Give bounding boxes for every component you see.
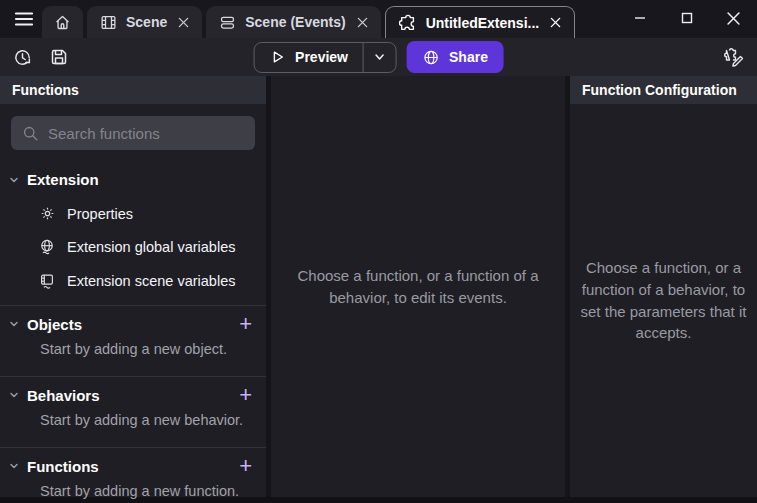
history-clock-icon — [12, 47, 33, 68]
window-controls — [616, 0, 757, 36]
behaviors-section-header[interactable]: Behaviors + — [0, 377, 266, 408]
tab-scene[interactable]: Scene — [87, 6, 202, 38]
tab-home[interactable] — [42, 6, 83, 38]
maximize-button[interactable] — [663, 0, 710, 36]
functions-panel-title: Functions — [12, 82, 79, 98]
chevron-down-icon — [8, 389, 20, 401]
edit-extension-properties-button[interactable] — [723, 46, 745, 68]
extension-puzzle-icon — [399, 14, 417, 32]
tab-label: Scene (Events) — [245, 14, 345, 30]
configuration-empty-message: Choose a function, or a function of a be… — [579, 257, 749, 344]
function-configuration-title: Function Configuration — [582, 82, 737, 98]
functions-empty-hint: Start by adding a new function. — [0, 479, 266, 503]
globe-icon — [423, 49, 440, 66]
functions-section-header[interactable]: Functions + — [0, 448, 266, 479]
chevron-down-icon — [8, 174, 20, 186]
extension-group-label: Extension — [27, 171, 99, 188]
version-history-button[interactable] — [12, 47, 33, 68]
close-icon — [727, 12, 740, 25]
workspace-panels: Functions Extension Properties Extension — [0, 76, 757, 497]
add-function-button[interactable]: + — [239, 457, 252, 475]
minimize-button[interactable] — [616, 0, 663, 36]
toolbar-right — [723, 46, 745, 68]
tab-label: Scene — [126, 14, 167, 30]
scene-variables-icon — [38, 272, 56, 290]
behaviors-section-label: Behaviors — [27, 387, 100, 404]
save-button[interactable] — [49, 47, 69, 67]
gear-icon — [38, 205, 56, 222]
tree-item-properties[interactable]: Properties — [0, 197, 266, 230]
tree-item-label: Extension global variables — [67, 239, 235, 255]
behaviors-empty-hint: Start by adding a new behavior. — [0, 408, 266, 440]
toolbar: Preview Share — [0, 38, 757, 76]
close-tab-icon[interactable] — [178, 17, 189, 28]
tree-item-scene-variables[interactable]: Extension scene variables — [0, 264, 266, 298]
toolbar-center: Preview Share — [253, 41, 504, 73]
objects-section-label: Objects — [27, 316, 82, 333]
objects-empty-hint: Start by adding a new object. — [0, 337, 266, 369]
add-behavior-button[interactable]: + — [239, 386, 252, 404]
events-editor-body: Choose a function, or a function of a be… — [271, 76, 565, 497]
extension-group-header[interactable]: Extension — [0, 162, 266, 197]
functions-section-label: Functions — [27, 458, 99, 475]
globe-variables-icon — [38, 238, 56, 256]
search-icon — [22, 125, 39, 142]
preview-button[interactable]: Preview — [254, 43, 363, 72]
events-editor-panel: Choose a function, or a function of a be… — [271, 76, 565, 497]
tree-item-label: Properties — [67, 206, 133, 222]
scene-icon — [100, 14, 117, 31]
search-functions-input[interactable] — [48, 125, 244, 142]
tab-untitled-extension[interactable]: UntitledExtensi... — [385, 6, 576, 38]
toolbar-left — [12, 47, 69, 68]
puzzle-pencil-icon — [723, 46, 745, 68]
events-sheet-icon — [219, 14, 236, 31]
close-tab-icon[interactable] — [550, 17, 561, 28]
chevron-down-icon — [374, 51, 386, 63]
tab-bar: Scene Scene (Events) UntitledExtensi... — [42, 6, 575, 38]
play-icon — [269, 49, 285, 65]
functions-panel: Functions Extension Properties Extension — [0, 76, 266, 497]
search-functions-box[interactable] — [11, 116, 255, 150]
chevron-down-icon — [8, 460, 20, 472]
function-configuration-header: Function Configuration — [570, 76, 757, 104]
preview-split-button: Preview — [253, 42, 397, 73]
tab-label: UntitledExtensi... — [426, 15, 540, 31]
tree-item-global-variables[interactable]: Extension global variables — [0, 230, 266, 264]
preview-label: Preview — [295, 49, 348, 65]
tab-scene-events[interactable]: Scene (Events) — [206, 6, 380, 38]
preview-options-button[interactable] — [363, 43, 396, 72]
chevron-down-icon — [8, 318, 20, 330]
save-floppy-icon — [49, 47, 69, 67]
close-window-button[interactable] — [710, 0, 757, 36]
hamburger-icon — [14, 11, 34, 27]
tree-item-label: Extension scene variables — [67, 273, 235, 289]
share-label: Share — [449, 49, 488, 65]
minimize-icon — [634, 12, 646, 24]
share-button[interactable]: Share — [407, 41, 504, 73]
objects-section-header[interactable]: Objects + — [0, 306, 266, 337]
titlebar: Scene Scene (Events) UntitledExtensi... — [0, 0, 757, 38]
function-configuration-body: Choose a function, or a function of a be… — [570, 104, 757, 497]
home-icon — [54, 14, 71, 31]
main-menu-button[interactable] — [6, 0, 42, 38]
functions-panel-header: Functions — [0, 76, 266, 104]
add-object-button[interactable]: + — [239, 315, 252, 333]
maximize-icon — [681, 12, 693, 24]
function-configuration-panel: Function Configuration Choose a function… — [570, 76, 757, 497]
events-empty-message: Choose a function, or a function of a be… — [278, 265, 558, 309]
close-tab-icon[interactable] — [357, 17, 368, 28]
